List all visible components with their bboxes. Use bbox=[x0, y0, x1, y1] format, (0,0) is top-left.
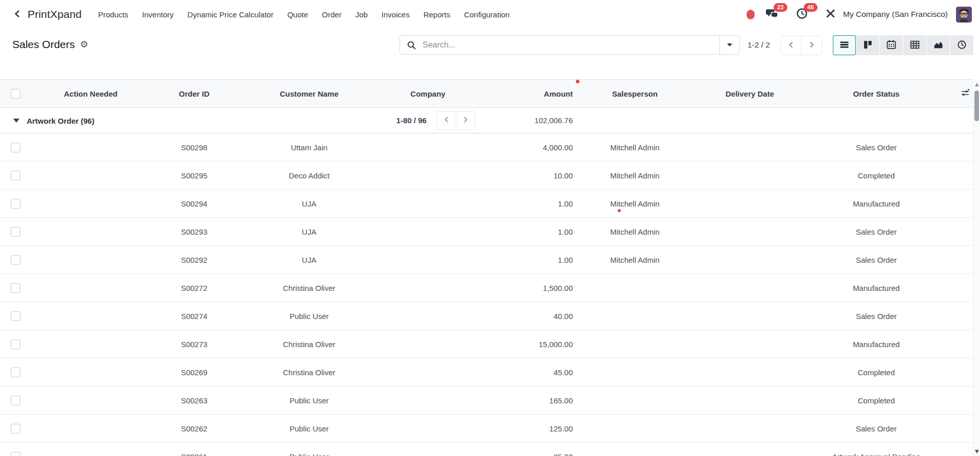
row-checkbox[interactable] bbox=[11, 339, 20, 349]
back-button[interactable] bbox=[13, 10, 21, 19]
view-switch-list-button[interactable] bbox=[833, 35, 856, 55]
amount-cell: 1,500.00 bbox=[475, 274, 575, 302]
group-next-button[interactable] bbox=[456, 111, 475, 129]
salesperson-cell: Mitchell Admin bbox=[575, 190, 695, 218]
table-row-s00294[interactable]: S00294 UJA 1.00 Mitchell Admin Manufactu… bbox=[0, 190, 973, 218]
amount-cell: 85.00 bbox=[475, 443, 575, 456]
activities-button[interactable]: 45 bbox=[796, 8, 808, 21]
user-avatar[interactable] bbox=[956, 7, 972, 22]
menu-dynamic-price-calculator[interactable]: Dynamic Price Calculator bbox=[188, 10, 273, 19]
pager bbox=[780, 36, 822, 55]
menu-products[interactable]: Products bbox=[98, 10, 128, 19]
row-checkbox[interactable] bbox=[11, 255, 20, 265]
column-header-amount[interactable]: Amount bbox=[475, 80, 575, 108]
select-all-checkbox[interactable] bbox=[11, 89, 20, 99]
row-end-cell bbox=[948, 386, 973, 415]
view-switch-graph-button[interactable] bbox=[927, 35, 950, 55]
group-previous-button[interactable] bbox=[437, 111, 456, 129]
scroll-up-arrow-icon[interactable] bbox=[975, 83, 979, 86]
customer-name-cell: Christina Oliver bbox=[238, 330, 381, 358]
group-row-artwork-order[interactable]: Artwork Order (96) 1-80 / 96 bbox=[0, 108, 973, 133]
view-switch-pivot-button[interactable] bbox=[903, 35, 926, 55]
row-checkbox[interactable] bbox=[11, 199, 20, 209]
pager-next-button[interactable] bbox=[801, 36, 822, 55]
column-header-delivery-date[interactable]: Delivery Date bbox=[695, 80, 805, 108]
company-switcher[interactable]: My Company (San Francisco) bbox=[843, 10, 948, 19]
column-header-order-status[interactable]: Order Status bbox=[805, 80, 948, 108]
table-row-s00269[interactable]: S00269 Christina Oliver 45.00 Completed bbox=[0, 358, 973, 386]
row-checkbox[interactable] bbox=[11, 452, 20, 456]
salesperson-cell bbox=[575, 274, 695, 302]
menu-order[interactable]: Order bbox=[322, 10, 341, 19]
table-row-s00263[interactable]: S00263 Public User 165.00 Completed bbox=[0, 386, 973, 415]
menu-quote[interactable]: Quote bbox=[287, 10, 308, 19]
column-header-action-needed[interactable]: Action Needed bbox=[31, 80, 151, 108]
menu-configuration[interactable]: Configuration bbox=[464, 10, 509, 19]
gear-icon[interactable]: ⚙ bbox=[80, 40, 88, 49]
order-status-cell: Sales Order bbox=[805, 133, 948, 162]
amount-cell: 45.00 bbox=[475, 358, 575, 386]
row-end-cell bbox=[948, 274, 973, 302]
page-title: Sales Orders bbox=[12, 38, 75, 51]
scroll-down-arrow-icon[interactable] bbox=[975, 450, 979, 453]
row-checkbox[interactable] bbox=[11, 311, 20, 321]
customer-name-cell: UJA bbox=[238, 246, 381, 274]
table-row-s00293[interactable]: S00293 UJA 1.00 Mitchell Admin Sales Ord… bbox=[0, 218, 973, 246]
scrollbar-thumb[interactable] bbox=[974, 90, 979, 121]
row-checkbox[interactable] bbox=[11, 227, 20, 237]
column-header-order-id[interactable]: Order ID bbox=[151, 80, 238, 108]
amount-cell: 1.00 bbox=[475, 246, 575, 274]
table-row-s00274[interactable]: S00274 Public User 40.00 Sales Order bbox=[0, 302, 973, 330]
company-cell bbox=[381, 443, 475, 456]
row-end-cell bbox=[948, 358, 973, 386]
order-id-cell: S00274 bbox=[151, 302, 238, 330]
search-input[interactable] bbox=[422, 40, 719, 50]
vertical-scrollbar[interactable] bbox=[973, 79, 980, 456]
menu-inventory[interactable]: Inventory bbox=[142, 10, 174, 19]
row-checkbox[interactable] bbox=[11, 171, 20, 180]
column-header-customer-name[interactable]: Customer Name bbox=[238, 80, 381, 108]
company-cell bbox=[381, 162, 475, 190]
menu-job[interactable]: Job bbox=[355, 10, 367, 19]
customer-name-cell: Public User bbox=[238, 415, 381, 443]
messages-button[interactable]: 22 bbox=[766, 8, 779, 21]
customer-name-cell: Uttam Jain bbox=[238, 133, 381, 162]
search-options-toggle[interactable] bbox=[719, 36, 739, 54]
menu-invoices[interactable]: Invoices bbox=[382, 10, 410, 19]
view-switch-calendar-button[interactable] bbox=[880, 35, 903, 55]
action-needed-cell bbox=[31, 133, 151, 162]
table-row-s00261[interactable]: S00261 Public User 85.00 Artwork Approva… bbox=[0, 443, 973, 456]
column-header-salesperson[interactable]: Salesperson bbox=[575, 80, 695, 108]
app-brand[interactable]: PrintXpand bbox=[28, 8, 82, 20]
action-needed-cell bbox=[31, 218, 151, 246]
action-needed-cell bbox=[31, 330, 151, 358]
group-collapse-caret-icon[interactable] bbox=[13, 119, 19, 123]
menu-reports[interactable]: Reports bbox=[424, 10, 451, 19]
row-checkbox[interactable] bbox=[11, 283, 20, 293]
pager-range: 1-2 / 2 bbox=[742, 35, 776, 55]
pager-previous-button[interactable] bbox=[781, 36, 801, 55]
company-cell bbox=[381, 246, 475, 274]
row-checkbox[interactable] bbox=[11, 396, 20, 405]
table-row-s00298[interactable]: S00298 Uttam Jain 4,000.00 Mitchell Admi… bbox=[0, 133, 973, 162]
table-row-s00272[interactable]: S00272 Christina Oliver 1,500.00 Manufac… bbox=[0, 274, 973, 302]
order-status-cell: Completed bbox=[805, 162, 948, 190]
row-checkbox[interactable] bbox=[11, 368, 20, 377]
company-cell bbox=[381, 386, 475, 415]
row-checkbox[interactable] bbox=[11, 424, 20, 434]
row-checkbox[interactable] bbox=[11, 143, 20, 152]
order-status-cell: Manufactured bbox=[805, 274, 948, 302]
user-tools-button[interactable] bbox=[825, 8, 836, 20]
view-switch-activity-button[interactable] bbox=[950, 35, 973, 55]
row-end-cell bbox=[948, 190, 973, 218]
table-row-s00262[interactable]: S00262 Public User 125.00 Sales Order bbox=[0, 415, 973, 443]
view-switch-kanban-button[interactable] bbox=[856, 35, 879, 55]
row-select-cell bbox=[0, 415, 31, 443]
table-row-s00292[interactable]: S00292 UJA 1.00 Mitchell Admin Sales Ord… bbox=[0, 246, 973, 274]
annotation-dot bbox=[576, 80, 579, 83]
table-row-s00295[interactable]: S00295 Deco Addict 10.00 Mitchell Admin … bbox=[0, 162, 973, 190]
column-header-company[interactable]: Company bbox=[381, 80, 475, 108]
list-view-icon bbox=[839, 40, 849, 51]
sliders-icon[interactable] bbox=[961, 90, 970, 99]
table-row-s00273[interactable]: S00273 Christina Oliver 15,000.00 Manufa… bbox=[0, 330, 973, 358]
